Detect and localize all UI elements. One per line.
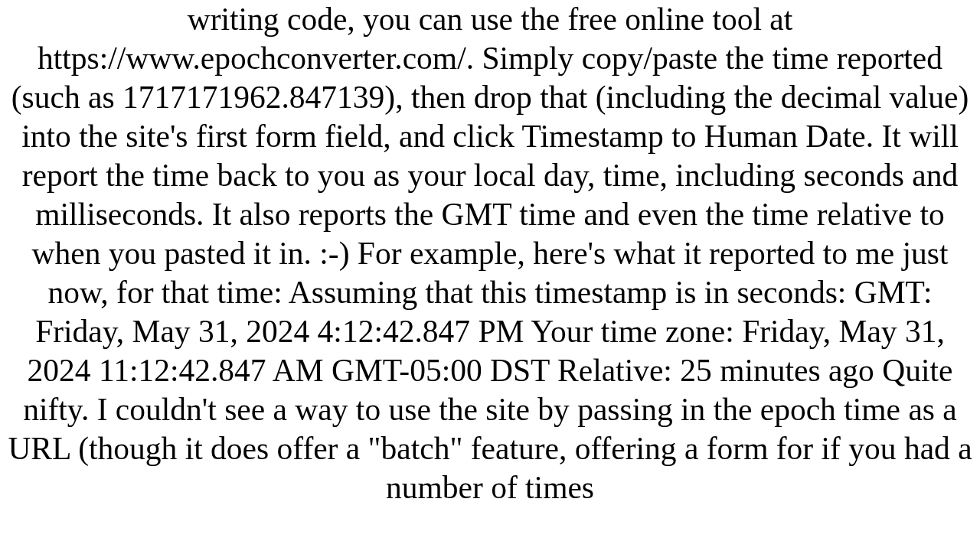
- document-page: writing code, you can use the free onlin…: [0, 0, 980, 551]
- body-text: writing code, you can use the free onlin…: [8, 2, 972, 505]
